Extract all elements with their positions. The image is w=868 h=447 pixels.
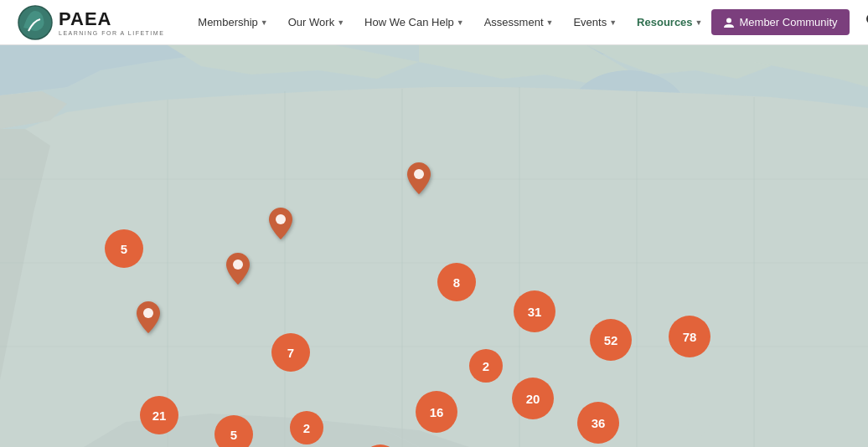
member-community-button[interactable]: Member Community [711,9,850,35]
chevron-down-icon: ▼ [609,18,617,27]
map-circle-marker[interactable]: 16 [416,391,457,433]
map-circle-marker[interactable]: 5 [214,415,253,447]
search-button[interactable] [858,8,868,36]
svg-point-2 [726,18,731,23]
logo-subtitle: LEARNING FOR A LIFETIME [59,30,164,36]
nav-resources[interactable]: Resources ▼ [628,11,710,33]
map-pin-marker[interactable] [226,253,250,288]
map-circle-marker[interactable]: 7 [271,333,310,372]
logo-name: PAEA [59,8,164,30]
map-circle-marker[interactable]: 31 [514,290,555,332]
chevron-down-icon: ▼ [695,18,703,27]
svg-point-22 [276,214,286,224]
map-circle-marker[interactable]: 20 [512,378,554,419]
logo-icon [17,4,54,41]
user-icon [723,17,735,28]
map-circle-marker[interactable]: 2 [469,349,503,383]
header: PAEA LEARNING FOR A LIFETIME Membership … [0,0,868,45]
svg-point-21 [414,169,424,179]
map-circle-marker[interactable]: 78 [669,316,710,357]
map-container[interactable]: 5783152782215216203636 [0,45,868,447]
svg-point-23 [233,259,243,270]
search-icon [865,12,868,28]
nav-assessment[interactable]: Assessment ▼ [476,11,562,33]
map-circle-marker[interactable]: 21 [140,396,178,434]
map-circle-marker[interactable]: 36 [577,402,619,444]
map-circle-marker[interactable]: 5 [105,229,143,268]
map-pin-marker[interactable] [269,208,292,243]
nav-membership[interactable]: Membership ▼ [189,11,276,33]
chevron-down-icon: ▼ [261,18,268,27]
chevron-down-icon: ▼ [337,18,344,27]
map-pin-marker[interactable] [407,162,431,198]
svg-point-24 [143,308,153,318]
chevron-down-icon: ▼ [457,18,464,27]
nav-events[interactable]: Events ▼ [565,11,625,33]
logo-text: PAEA LEARNING FOR A LIFETIME [59,8,164,36]
main-nav: Membership ▼ Our Work ▼ How We Can Help … [189,11,710,33]
nav-our-work[interactable]: Our Work ▼ [280,11,353,33]
nav-how-we-can-help[interactable]: How We Can Help ▼ [356,11,473,33]
logo[interactable]: PAEA LEARNING FOR A LIFETIME [17,4,164,41]
map-pin-marker[interactable] [137,301,160,337]
chevron-down-icon: ▼ [546,18,554,27]
header-right: Member Community [711,8,869,36]
map-circle-marker[interactable]: 8 [437,263,476,301]
map-circle-marker[interactable]: 2 [290,411,323,444]
map-circle-marker[interactable]: 52 [590,319,632,361]
